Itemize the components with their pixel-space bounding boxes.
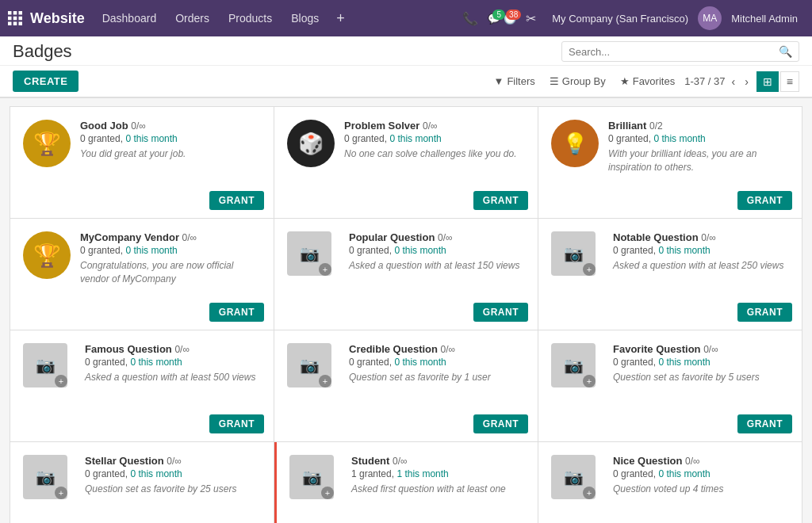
plus-icon-stellar: + [55,487,67,499]
badge-name-credible-question: Credible Question 0/∞ [349,343,525,355]
plus-icon: + [319,263,331,276]
svg-rect-5 [19,17,23,21]
this-month-link-stellar-question[interactable]: 0 this month [130,468,182,479]
this-month-link-student[interactable]: 1 this month [396,468,448,479]
badge-desc-stellar-question: Question set as favorite by 25 users [85,483,261,496]
badge-icon-problem-solver: 🎲 [287,120,335,167]
badge-card-notable-question: 📷+ Notable Question 0/∞ 0 granted, 0 thi… [538,219,802,330]
nav-orders[interactable]: Orders [167,9,217,28]
this-month-link-notable-question[interactable]: 0 this month [658,245,710,256]
this-month-link-famous-question[interactable]: 0 this month [130,357,182,368]
badge-card-good-job: 🏆 Good Job 0/∞ 0 granted, 0 this month Y… [10,107,274,218]
badge-card-mycompany-vendor: 🏆 MyCompany Vendor 0/∞ 0 granted, 0 this… [10,219,274,330]
pagination: 1-37 / 37 ‹ › [684,74,752,90]
badge-name-favorite-question: Favorite Question 0/∞ [613,343,789,355]
clock-badge[interactable]: 🕐38 [504,13,516,25]
phone-icon[interactable]: 📞 [456,8,485,29]
this-month-link-mycompany-vendor[interactable]: 0 this month [125,245,177,256]
badge-card-nice-question: 📷+ Nice Question 0/∞ 0 granted, 0 this m… [538,442,802,523]
badge-name-mycompany-vendor: MyCompany Vendor 0/∞ [80,231,261,243]
badge-granted-popular-question: 0 granted, 0 this month [349,245,525,256]
search-bar: 🔍 [561,41,799,62]
groupby-button[interactable]: ☰ Group By [545,72,611,90]
pagination-text: 1-37 / 37 [684,75,725,87]
prev-page-button[interactable]: ‹ [728,74,738,90]
grid-view-button[interactable]: ⊞ [756,71,779,92]
svg-rect-1 [13,11,17,15]
grant-button-famous-question[interactable]: GRANT [209,414,264,433]
badge-card-credible-question: 📷+ Credible Question 0/∞ 0 granted, 0 th… [274,330,538,441]
nav-dashboard[interactable]: Dashboard [94,9,165,28]
clock-count: 38 [506,10,521,20]
groupby-label: Group By [562,75,606,87]
badge-card-famous-question: 📷+ Famous Question 0/∞ 0 granted, 0 this… [10,330,274,441]
badge-desc-problem-solver: No one can solve challenges like you do. [344,147,525,161]
nav-products[interactable]: Products [220,9,280,28]
badge-name-notable-question: Notable Question 0/∞ [613,231,789,243]
badge-granted-credible-question: 0 granted, 0 this month [349,357,525,368]
svg-rect-0 [8,11,12,15]
grant-button-mycompany-vendor[interactable]: GRANT [209,303,264,322]
scissors-icon[interactable]: ✂ [519,8,542,29]
filters-button[interactable]: ▼ Filters [489,72,540,90]
chat-badge[interactable]: 💬5 [488,13,500,25]
badge-icon-good-job: 🏆 [23,120,71,167]
grid-icon[interactable] [8,11,22,25]
this-month-link-favorite-question[interactable]: 0 this month [658,357,710,368]
search-input[interactable] [569,46,779,58]
badge-card-favorite-question: 📷+ Favorite Question 0/∞ 0 granted, 0 th… [538,330,802,441]
plus-icon-student: + [321,487,334,499]
app-logo[interactable]: Website [30,10,85,27]
grant-button-good-job[interactable]: GRANT [209,191,264,210]
badge-granted-stellar-question: 0 granted, 0 this month [85,468,261,479]
badge-name-student: Student 0/∞ [351,455,525,467]
favorites-button[interactable]: ★ Favorites [615,72,680,90]
this-month-link-good-job[interactable]: 0 this month [125,133,177,144]
badge-icon-nice-question: 📷+ [551,455,596,499]
badge-icon-student: 📷+ [289,455,334,499]
grant-button-notable-question[interactable]: GRANT [737,303,792,322]
view-toggle: ⊞ ≡ [756,71,799,92]
next-page-button[interactable]: › [741,74,752,90]
filter-icon: ▼ [494,75,504,87]
grant-button-problem-solver[interactable]: GRANT [473,191,528,210]
svg-rect-3 [8,17,12,21]
badge-desc-student: Asked first question with at least one [351,483,525,496]
grant-button-favorite-question[interactable]: GRANT [737,414,792,433]
badge-icon-stellar-question: 📷+ [23,455,67,499]
badge-granted-brilliant: 0 granted, 0 this month [608,133,789,144]
search-icon[interactable]: 🔍 [779,45,792,58]
badge-icon-favorite-question: 📷+ [551,343,596,387]
page-top-section: Badges 🔍 CREATE ▼ Filters ☰ Group By [0,36,812,98]
this-month-link-popular-question[interactable]: 0 this month [394,245,446,256]
this-month-link-credible-question[interactable]: 0 this month [394,357,446,368]
create-button[interactable]: CREATE [13,71,79,92]
this-month-link-problem-solver[interactable]: 0 this month [389,133,441,144]
app-layout: Website Dashboard Orders Products Blogs … [0,0,812,523]
favorites-label: Favorites [633,75,675,87]
badge-icon-credible-question: 📷+ [287,343,331,387]
badge-name-good-job: Good Job 0/∞ [80,120,261,132]
grant-button-credible-question[interactable]: GRANT [473,414,528,433]
user-avatar[interactable]: MA [698,6,722,30]
badge-name-nice-question: Nice Question 0/∞ [613,455,789,467]
grant-button-popular-question[interactable]: GRANT [473,303,528,322]
badge-desc-mycompany-vendor: Congratulations, you are now official ve… [80,259,261,286]
badge-name-brilliant: Brilliant 0/2 [608,120,789,132]
badge-granted-famous-question: 0 granted, 0 this month [85,357,261,368]
nav-plus-icon[interactable]: + [330,7,351,30]
plus-icon-credible: + [319,375,331,387]
nav-blogs[interactable]: Blogs [283,9,327,28]
this-month-link-nice-question[interactable]: 0 this month [658,468,710,479]
company-name[interactable]: My Company (San Francisco) [546,13,695,25]
user-name[interactable]: Mitchell Admin [725,13,804,25]
svg-rect-6 [8,22,12,26]
this-month-link-brilliant[interactable]: 0 this month [653,133,705,144]
badge-granted-problem-solver: 0 granted, 0 this month [344,133,525,144]
grant-button-brilliant[interactable]: GRANT [737,191,792,210]
groupby-icon: ☰ [550,75,559,87]
main-content: 🏆 Good Job 0/∞ 0 granted, 0 this month Y… [0,98,812,523]
badge-desc-famous-question: Asked a question with at least 500 views [85,371,261,384]
list-view-button[interactable]: ≡ [780,71,799,92]
badge-card-stellar-question: 📷+ Stellar Question 0/∞ 0 granted, 0 thi… [10,442,274,523]
